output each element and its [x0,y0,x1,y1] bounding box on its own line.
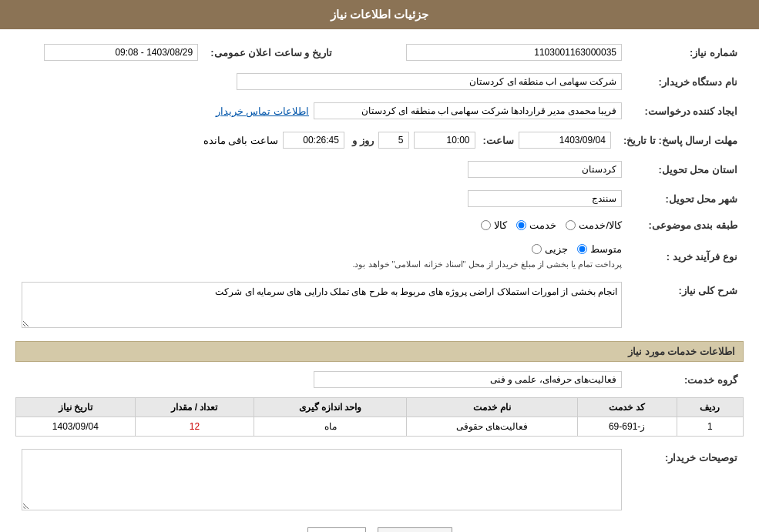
category-kala[interactable]: کالا [481,219,507,231]
buyer-org-input[interactable] [237,73,622,90]
print-button[interactable]: چاپ [307,527,366,532]
requester-contact-link[interactable]: اطلاعات تماس خریدار [216,105,309,117]
col-code: کد خدمت [577,398,677,417]
process-label: نوع فرآیند خرید : [628,240,744,273]
city-input[interactable] [468,190,622,207]
announce-input[interactable] [44,44,198,61]
requester-label: ایجاد کننده درخواست: [628,99,744,122]
cell-name: فعالیت‌های حقوقی [407,417,577,437]
category-label: طبقه بندی موضوعی: [628,216,744,234]
description-label: شرح کلی نیاز: [628,279,744,333]
city-label: شهر محل تحویل: [628,187,744,210]
cell-unit: ماه [254,417,407,437]
services-section-title: اطلاعات خدمات مورد نیاز [15,341,744,362]
page-header: جزئیات اطلاعات نیاز [0,0,759,29]
cell-qty: 12 [135,417,254,437]
col-row: ردیف [677,398,743,417]
process-motavasset[interactable]: متوسط [577,243,622,255]
deadline-days-input[interactable] [378,132,409,149]
deadline-date-input[interactable] [519,132,611,149]
deadline-time-input[interactable] [414,132,475,149]
time-label: ساعت: [483,135,514,146]
remaining-label: ساعت باقی مانده [203,135,278,146]
buyer-notes-label: توصیحات خریدار: [628,446,744,516]
cell-row: 1 [677,417,743,437]
col-qty: تعداد / مقدار [135,398,254,417]
col-name: نام خدمت [407,398,577,417]
table-row: 1 ز-691-69 فعالیت‌های حقوقی ماه 12 1403/… [16,417,744,437]
process-note: پرداخت تمام یا بخشی از مبلغ خریدار از مح… [22,259,622,269]
announce-label: تاریخ و ساعت اعلان عمومی: [204,41,338,64]
col-date: تاریخ نیاز [16,398,136,417]
need-number-input[interactable] [406,44,622,61]
services-table: ردیف کد خدمت نام خدمت واحد اندازه گیری ت… [15,397,744,437]
process-jozi[interactable]: جزیی [532,243,568,255]
province-label: استان محل تحویل: [628,158,744,181]
day-label: روز و [352,135,374,146]
col-unit: واحد اندازه گیری [254,398,407,417]
back-button[interactable]: بازگشت [378,527,452,532]
cell-code: ز-691-69 [577,417,677,437]
requester-input[interactable] [314,102,622,119]
category-kala-khedmat[interactable]: کالا/خدمت [566,219,622,231]
buttons-row: بازگشت چاپ [15,527,744,532]
buyer-org-label: نام دستگاه خریدار: [628,70,744,93]
province-input[interactable] [468,161,622,178]
page-title: جزئیات اطلاعات نیاز [331,8,428,21]
category-khedmat[interactable]: خدمت [516,219,556,231]
need-number-label: شماره نیاز: [628,41,744,64]
service-group-label: گروه خدمت: [628,368,744,391]
deadline-remaining-input [283,132,344,149]
description-textarea[interactable] [22,282,622,328]
buyer-notes-textarea[interactable] [22,449,622,510]
service-group-input[interactable] [314,371,622,388]
cell-date: 1403/09/04 [16,417,136,437]
deadline-label: مهلت ارسال پاسخ: تا تاریخ: [617,129,744,152]
